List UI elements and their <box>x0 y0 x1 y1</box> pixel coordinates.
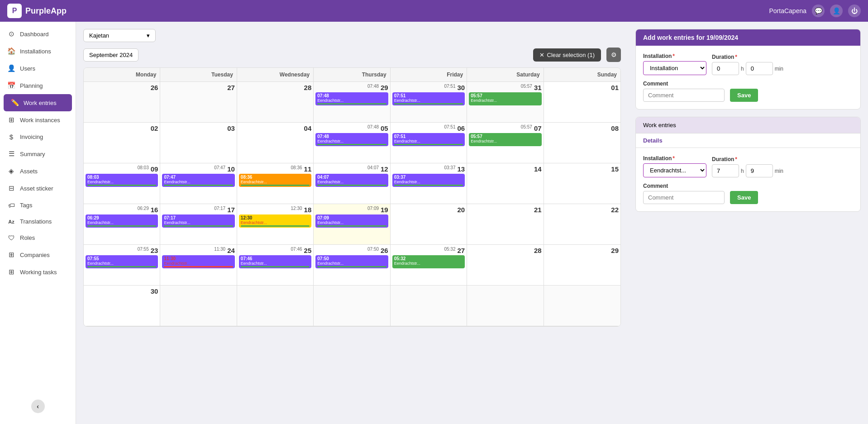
list-item[interactable]: 05:57 Eendrachtstr... <box>469 92 541 105</box>
table-row[interactable]: 07:5130 07:51 Eendrachtstr... <box>391 82 467 123</box>
installation-select[interactable]: Installation <box>643 61 706 75</box>
list-item[interactable]: 08:03 Eendrachtstr... <box>86 174 158 187</box>
sidebar-item-working-tasks[interactable]: ⊞ Working tasks <box>0 263 76 281</box>
table-row[interactable] <box>160 286 237 326</box>
table-row[interactable]: 02 <box>84 123 160 163</box>
sidebar-collapse-button[interactable]: ‹ <box>0 396 76 417</box>
list-item[interactable]: 05:57 Eendrachtstr... <box>469 133 541 146</box>
table-row[interactable] <box>467 286 544 326</box>
list-item[interactable]: 07:48 Eendrachtstr... <box>315 133 388 146</box>
table-row[interactable]: 08:0309 08:03 Eendrachtstr... <box>84 163 160 204</box>
sidebar-item-work-entries[interactable]: ✏️ Work entries <box>4 94 72 111</box>
table-row[interactable]: 06:2916 06:29 Eendrachtstr... <box>84 204 160 245</box>
table-row[interactable]: 08:3611 08:36 Eendrachtstr... <box>237 163 314 204</box>
table-row[interactable]: 04 <box>237 123 314 163</box>
sidebar-item-work-instances[interactable]: ⊞ Work instances <box>0 111 76 129</box>
list-item[interactable]: 06:29 Eendrachtstr... <box>86 214 158 228</box>
table-row[interactable] <box>391 286 467 326</box>
clear-selection-button[interactable]: ✕ Clear selection (1) <box>533 48 601 62</box>
table-row[interactable]: 14 <box>467 163 544 204</box>
table-row[interactable]: 03 <box>160 123 237 163</box>
list-item[interactable]: 07:47 Eendrachtstr... <box>162 174 234 187</box>
table-row[interactable]: 07:5106 07:51 Eendrachtstr... <box>391 123 467 163</box>
table-row[interactable]: 20 <box>391 204 467 245</box>
logout-icon[interactable]: ⏻ <box>848 5 861 17</box>
sidebar-item-summary[interactable]: ☰ Summary <box>0 145 76 162</box>
table-row[interactable]: 04:0712 04:07 Eendrachtstr... <box>314 163 390 204</box>
details-link[interactable]: Details <box>636 133 860 148</box>
add-work-entry-save-button[interactable]: Save <box>730 89 758 102</box>
sidebar-item-companies[interactable]: ⊞ Companies <box>0 246 76 263</box>
table-row[interactable]: 15 <box>544 163 620 204</box>
table-row[interactable]: 07:4829 07:48 Eendrachtstr... <box>314 82 390 123</box>
we-comment-input[interactable] <box>643 191 725 204</box>
table-row[interactable]: 08 <box>544 123 620 163</box>
we-minutes-input[interactable] <box>746 164 773 177</box>
table-row[interactable]: 12:3018 12:30 Eendrachtstr... <box>237 204 314 245</box>
sidebar-item-roles[interactable]: 🛡 Roles <box>0 229 76 246</box>
table-row[interactable]: 05:3227 05:32 Eendrachtstr... <box>391 245 467 286</box>
sidebar-item-assets[interactable]: ◈ Assets <box>0 162 76 180</box>
calendar-settings-button[interactable]: ⚙ <box>606 48 621 62</box>
table-row[interactable] <box>237 286 314 326</box>
list-item[interactable]: 12:30 Eendrachtstr... <box>239 214 311 228</box>
list-item[interactable]: 08:36 Eendrachtstr... <box>239 174 311 187</box>
minutes-input[interactable] <box>746 62 773 75</box>
user-select-dropdown[interactable]: Kajetan ▾ <box>83 29 156 42</box>
we-duration-inputs: h min <box>712 164 783 177</box>
list-item[interactable]: 07:46 Eendrachtstr... <box>239 255 311 268</box>
table-row[interactable]: 05:5707 05:57 Eendrachtstr... <box>467 123 544 163</box>
hours-input[interactable] <box>712 62 739 75</box>
list-item[interactable]: 07:51 Eendrachtstr... <box>392 133 465 146</box>
we-hours-input[interactable] <box>712 164 739 177</box>
table-row[interactable]: 22 <box>544 204 620 245</box>
table-row[interactable]: 07:5026 07:50 Eendrachtstr... <box>314 245 390 286</box>
list-item[interactable]: 03:37 Eendrachtstr... <box>392 174 465 187</box>
list-item[interactable]: 07:48 Eendrachtstr... <box>315 92 388 105</box>
list-item[interactable]: 11:30 Eendrachtstr... <box>162 255 234 268</box>
sidebar-item-installations[interactable]: 🏠 Installations <box>0 43 76 60</box>
list-item[interactable]: 07:09 Eendrachtstr... <box>315 214 388 228</box>
list-item[interactable]: 07:55 Eendrachtstr... <box>86 255 158 268</box>
table-row[interactable]: 29 <box>544 245 620 286</box>
table-row[interactable]: 07:0919 07:09 Eendrachtstr... <box>314 204 390 245</box>
installations-icon: 🏠 <box>7 47 15 55</box>
table-row[interactable]: 07:5523 07:55 Eendrachtstr... <box>84 245 160 286</box>
sidebar-item-users[interactable]: 👤 Users <box>0 60 76 77</box>
table-row[interactable]: 07:1717 07:17 Eendrachtstr... <box>160 204 237 245</box>
table-row[interactable] <box>544 286 620 326</box>
sidebar-item-dashboard[interactable]: ⊙ Dashboard <box>0 25 76 43</box>
sidebar-item-asset-sticker[interactable]: ⊟ Asset sticker <box>0 180 76 197</box>
sidebar-item-invoicing[interactable]: $ Invoicing <box>0 129 76 145</box>
gear-icon: ⚙ <box>611 51 617 58</box>
table-row[interactable]: 27 <box>160 82 237 123</box>
sidebar-item-tags[interactable]: 🏷 Tags <box>0 197 76 214</box>
work-entries-save-button[interactable]: Save <box>730 191 758 204</box>
user-profile-icon[interactable]: 👤 <box>830 5 843 17</box>
table-row[interactable]: 03:3713 03:37 Eendrachtstr... <box>391 163 467 204</box>
table-row[interactable]: 07:4805 07:48 Eendrachtstr... <box>314 123 390 163</box>
list-item[interactable]: 04:07 Eendrachtstr... <box>315 174 388 187</box>
table-row[interactable]: 11:3024 11:30 Eendrachtstr... <box>160 245 237 286</box>
table-row[interactable]: 01 <box>544 82 620 123</box>
sidebar-item-translations[interactable]: Az Translations <box>0 214 76 229</box>
table-row[interactable]: 21 <box>467 204 544 245</box>
list-item[interactable]: 05:32 Eendrachtstr... <box>392 255 465 268</box>
sidebar-item-planning[interactable]: 📅 Planning <box>0 77 76 94</box>
table-row[interactable]: 28 <box>467 245 544 286</box>
we-installation-select[interactable]: Eendrachtst... <box>643 163 706 177</box>
table-row[interactable]: 07:4625 07:46 Eendrachtstr... <box>237 245 314 286</box>
table-row[interactable]: 26 <box>84 82 160 123</box>
table-row[interactable] <box>314 286 390 326</box>
event-time: 08:03 <box>87 175 156 180</box>
table-row[interactable]: 30 <box>84 286 160 326</box>
list-item[interactable]: 07:51 Eendrachtstr... <box>392 92 465 105</box>
messages-icon[interactable]: 💬 <box>812 5 825 17</box>
event-bar <box>394 185 463 186</box>
list-item[interactable]: 07:50 Eendrachtstr... <box>315 255 388 268</box>
table-row[interactable]: 07:4710 07:47 Eendrachtstr... <box>160 163 237 204</box>
comment-input[interactable] <box>643 89 725 102</box>
table-row[interactable]: 05:5731 05:57 Eendrachtstr... <box>467 82 544 123</box>
list-item[interactable]: 07:17 Eendrachtstr... <box>162 214 234 228</box>
table-row[interactable]: 28 <box>237 82 314 123</box>
